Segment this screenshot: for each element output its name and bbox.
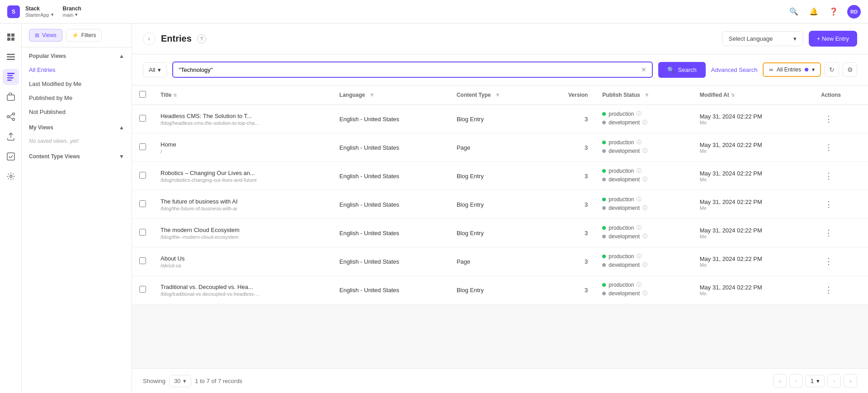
entry-url: /about-us xyxy=(160,263,325,268)
publish-status-column-header: Publish Status ▼ xyxy=(595,85,692,105)
language-select[interactable]: Select Language ▾ xyxy=(722,31,803,46)
current-page-select[interactable]: 1 ▾ xyxy=(806,375,825,387)
status-dot-development xyxy=(602,235,606,238)
row-content-type-cell: Page xyxy=(449,247,542,276)
row-checkbox-3[interactable] xyxy=(139,200,146,207)
status-info-icon[interactable]: ⓘ xyxy=(637,253,642,260)
status-dot-production xyxy=(602,169,606,173)
row-checkbox-1[interactable] xyxy=(139,143,146,150)
row-checkbox-cell xyxy=(132,105,153,133)
settings-button[interactable]: ⚙ xyxy=(843,62,857,77)
sidebar-icon-list[interactable] xyxy=(3,49,19,65)
new-entry-label: + New Entry xyxy=(817,35,849,42)
status-info-icon[interactable]: ⓘ xyxy=(642,147,647,154)
status-info-icon[interactable]: ⓘ xyxy=(637,224,642,231)
entry-content-type: Blog Entry xyxy=(457,173,484,180)
sidebar-icon-tasks[interactable] xyxy=(3,148,19,165)
clear-search-button[interactable]: ✕ xyxy=(641,66,646,73)
pagination: « ‹ 1 ▾ › » xyxy=(773,374,857,388)
top-nav: S Stack StarterApp ▾ Branch main ▾ 🔍 🔔 ❓… xyxy=(0,0,868,24)
status-info-icon[interactable]: ⓘ xyxy=(642,204,647,211)
sidebar-icon-grid[interactable] xyxy=(3,29,19,45)
row-publish-status-cell: production ⓘ development ⓘ xyxy=(595,219,692,247)
search-type-select[interactable]: All ▾ xyxy=(143,62,167,77)
prev-page-button[interactable]: ‹ xyxy=(789,374,803,388)
row-checkbox-6[interactable] xyxy=(139,286,146,293)
sidebar-item-not-published[interactable]: Not Published xyxy=(22,105,132,119)
status-info-icon[interactable]: ⓘ xyxy=(637,110,642,117)
modified-sort[interactable]: Modified At ⇅ xyxy=(700,92,735,98)
status-info-icon[interactable]: ⓘ xyxy=(642,290,647,297)
search-type-chevron-icon: ▾ xyxy=(158,66,161,73)
views-label: Views xyxy=(42,32,57,38)
row-actions-button-3[interactable]: ⋮ xyxy=(821,198,836,211)
search-button[interactable]: 🔍 xyxy=(788,5,800,18)
status-info-icon[interactable]: ⓘ xyxy=(642,119,647,126)
entry-language: English - United States xyxy=(340,287,399,294)
status-info-icon[interactable]: ⓘ xyxy=(637,196,642,203)
status-info-icon[interactable]: ⓘ xyxy=(642,233,647,240)
next-page-button[interactable]: › xyxy=(827,374,841,388)
status-info-icon[interactable]: ⓘ xyxy=(642,176,647,183)
row-content-type-cell: Blog Entry xyxy=(449,276,542,304)
filters-button[interactable]: ⚡ Filters xyxy=(66,29,102,42)
row-actions-button-1[interactable]: ⋮ xyxy=(821,141,836,154)
row-checkbox-4[interactable] xyxy=(139,229,146,236)
sidebar-icon-entries[interactable] xyxy=(3,69,19,85)
entries-help-icon[interactable]: ? xyxy=(197,34,206,43)
row-actions-button-0[interactable]: ⋮ xyxy=(821,112,836,126)
row-actions-button-5[interactable]: ⋮ xyxy=(821,255,836,268)
status-info-icon[interactable]: ⓘ xyxy=(637,281,642,288)
avatar[interactable]: RD xyxy=(847,5,861,19)
row-version-cell: 3 xyxy=(541,276,595,304)
entry-version: 3 xyxy=(585,144,588,151)
sidebar-icon-settings[interactable] xyxy=(3,168,19,185)
row-checkbox-5[interactable] xyxy=(139,257,146,264)
last-page-button[interactable]: » xyxy=(844,374,857,388)
search-input[interactable] xyxy=(179,66,641,73)
row-actions-button-2[interactable]: ⋮ xyxy=(821,169,836,183)
publish-status-filter-icon[interactable]: ▼ xyxy=(644,92,650,98)
row-content-type-cell: Blog Entry xyxy=(449,162,542,190)
entry-modified-date: May 31, 2024 02:22 PM xyxy=(700,199,807,205)
entry-title: The future of business with AI xyxy=(160,198,325,205)
status-dot-development xyxy=(602,263,606,267)
status-info-icon[interactable]: ⓘ xyxy=(637,139,642,146)
version-column-header: Version xyxy=(541,85,595,105)
status-info-icon[interactable]: ⓘ xyxy=(637,167,642,174)
select-all-checkbox[interactable] xyxy=(139,91,146,98)
sidebar-item-all-entries[interactable]: All Entries xyxy=(22,63,132,77)
language-filter-icon[interactable]: ▼ xyxy=(369,92,375,98)
row-checkbox-cell xyxy=(132,190,153,219)
page-title: Entries xyxy=(161,33,192,44)
stack-logo: S xyxy=(7,5,20,18)
per-page-select[interactable]: 30 ▾ xyxy=(169,375,191,387)
all-entries-filter-button[interactable]: ∞ All Entries ▾ xyxy=(763,62,821,77)
sidebar-icon-publish[interactable] xyxy=(3,128,19,145)
row-language-cell: English - United States xyxy=(332,190,449,219)
help-button[interactable]: ❓ xyxy=(827,5,840,18)
row-actions-button-6[interactable]: ⋮ xyxy=(821,283,836,297)
row-version-cell: 3 xyxy=(541,162,595,190)
sidebar-item-published-by-me[interactable]: Published by Me xyxy=(22,91,132,105)
first-page-button[interactable]: « xyxy=(773,374,787,388)
sidebar-icon-workflows[interactable] xyxy=(3,109,19,125)
status-info-icon[interactable]: ⓘ xyxy=(642,261,647,268)
views-button[interactable]: ⊞ Views xyxy=(29,29,62,42)
row-checkbox-2[interactable] xyxy=(139,172,146,179)
entry-content-type: Blog Entry xyxy=(457,201,484,208)
sidebar-icon-assets[interactable] xyxy=(3,89,19,105)
notifications-button[interactable]: 🔔 xyxy=(807,5,820,18)
refresh-button[interactable]: ↻ xyxy=(825,62,839,77)
search-button[interactable]: 🔍 Search xyxy=(658,62,706,78)
advanced-search-button[interactable]: Advanced Search xyxy=(711,66,758,73)
row-checkbox-0[interactable] xyxy=(139,115,146,122)
row-language-cell: English - United States xyxy=(332,105,449,133)
svg-rect-7 xyxy=(7,73,14,74)
content-type-filter-icon[interactable]: ▼ xyxy=(495,92,500,98)
sidebar-item-last-modified[interactable]: Last Modified by Me xyxy=(22,77,132,91)
back-button[interactable]: ‹ xyxy=(143,33,156,45)
new-entry-button[interactable]: + New Entry xyxy=(809,31,857,47)
title-sort[interactable]: Title ⇅ xyxy=(160,92,177,98)
row-actions-button-4[interactable]: ⋮ xyxy=(821,226,836,240)
